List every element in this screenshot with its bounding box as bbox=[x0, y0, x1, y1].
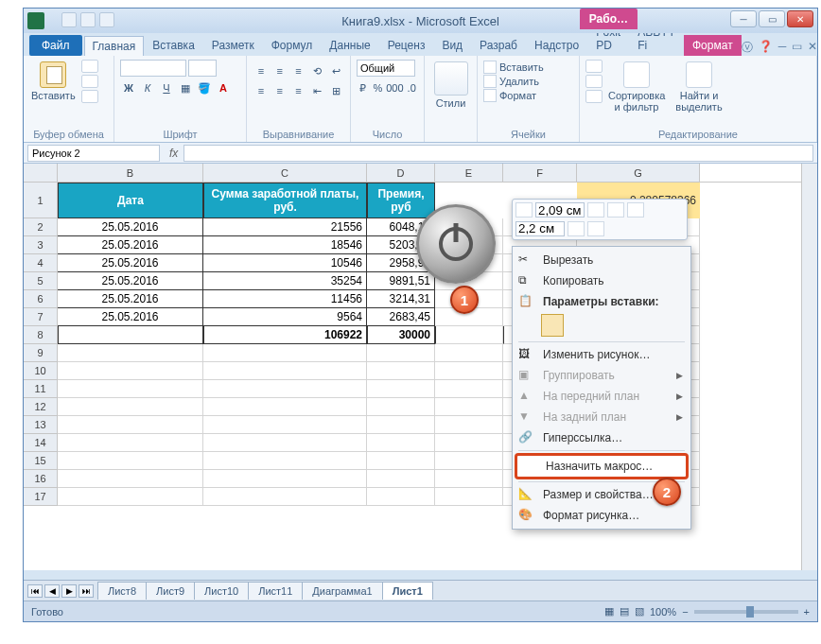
zoom-thumb[interactable] bbox=[746, 606, 754, 618]
fx-icon[interactable]: fx bbox=[164, 147, 183, 160]
cell[interactable]: 10546 bbox=[203, 254, 367, 272]
fill-icon[interactable] bbox=[585, 75, 603, 88]
font-color-icon[interactable]: А bbox=[215, 79, 232, 96]
number-format-select[interactable] bbox=[357, 60, 415, 77]
row-header[interactable]: 5 bbox=[24, 272, 58, 290]
styles-button[interactable]: Стили bbox=[430, 60, 471, 111]
row-header[interactable]: 3 bbox=[24, 236, 58, 254]
cell[interactable] bbox=[58, 326, 203, 344]
cell[interactable]: 30000 bbox=[367, 326, 435, 344]
cell[interactable] bbox=[367, 416, 435, 434]
ctx-change-picture[interactable]: 🖼Изменить рисунок… bbox=[515, 344, 689, 365]
cell[interactable] bbox=[203, 380, 367, 398]
tab-file[interactable]: Файл bbox=[29, 35, 82, 56]
row-header[interactable]: 16 bbox=[24, 470, 58, 488]
cell[interactable]: 9564 bbox=[203, 308, 367, 326]
ctx-copy[interactable]: ⧉Копировать bbox=[515, 270, 689, 291]
cell[interactable] bbox=[203, 398, 367, 416]
sort-filter-button[interactable]: Сортировка и фильтр bbox=[606, 60, 667, 114]
cell[interactable]: 25.05.2016 bbox=[58, 308, 203, 326]
sheet-prev-icon[interactable]: ◀ bbox=[44, 584, 60, 598]
sheet-first-icon[interactable]: ⏮ bbox=[27, 584, 43, 598]
sheet-tab[interactable]: Лист10 bbox=[194, 582, 249, 600]
cell[interactable]: 11456 bbox=[203, 290, 367, 308]
tab-developer[interactable]: Разраб bbox=[471, 35, 526, 56]
align-top-icon[interactable]: ≡ bbox=[253, 62, 270, 79]
cell[interactable] bbox=[58, 488, 203, 506]
ctx-assign-macro[interactable]: Назначить макрос… bbox=[515, 453, 689, 479]
sheet-next-icon[interactable]: ▶ bbox=[61, 584, 77, 598]
header-prem[interactable]: Премия, руб bbox=[367, 183, 435, 218]
col-header-c[interactable]: C bbox=[203, 164, 367, 182]
tab-insert[interactable]: Вставка bbox=[144, 35, 203, 56]
cell[interactable] bbox=[435, 452, 503, 470]
rotate-icon[interactable] bbox=[568, 221, 585, 236]
qat-undo-icon[interactable] bbox=[80, 12, 96, 27]
qat-save-icon[interactable] bbox=[61, 12, 77, 27]
align-mid-icon[interactable]: ≡ bbox=[271, 62, 288, 79]
tab-view[interactable]: Вид bbox=[433, 35, 471, 56]
ctx-cut[interactable]: ✂Вырезать bbox=[515, 250, 689, 270]
qat-redo-icon[interactable] bbox=[99, 12, 114, 27]
row-header[interactable]: 2 bbox=[24, 218, 58, 236]
cell[interactable]: 18546 bbox=[203, 236, 367, 254]
row-header[interactable]: 14 bbox=[24, 434, 58, 452]
row-header[interactable]: 1 bbox=[24, 183, 58, 218]
sheet-tab[interactable]: Лист9 bbox=[146, 582, 195, 600]
find-select-button[interactable]: Найти и выделить bbox=[671, 60, 727, 114]
ctx-hyperlink[interactable]: 🔗Гиперссылка… bbox=[515, 427, 689, 448]
cell[interactable] bbox=[435, 398, 503, 416]
name-box[interactable]: Рисунок 2 bbox=[27, 145, 160, 162]
sheet-tab[interactable]: Диаграмма1 bbox=[302, 582, 382, 600]
inc-dec-icon[interactable]: .0 bbox=[405, 79, 418, 96]
cells-insert-button[interactable]: Вставить bbox=[483, 61, 573, 74]
ctx-paste-option[interactable] bbox=[515, 314, 689, 339]
view-break-icon[interactable]: ▧ bbox=[635, 605, 644, 618]
group-icon[interactable] bbox=[607, 202, 624, 218]
cell[interactable]: 25.05.2016 bbox=[58, 218, 203, 236]
crop-icon[interactable] bbox=[587, 202, 604, 218]
cell[interactable]: 21556 bbox=[203, 218, 367, 236]
cell[interactable] bbox=[435, 470, 503, 488]
cell[interactable] bbox=[203, 416, 367, 434]
cell[interactable] bbox=[367, 362, 435, 380]
orientation-icon[interactable]: ⟲ bbox=[308, 62, 325, 79]
cell[interactable] bbox=[367, 470, 435, 488]
cell[interactable]: 3214,31 bbox=[367, 290, 435, 308]
row-header[interactable]: 8 bbox=[24, 326, 58, 344]
percent-icon[interactable]: % bbox=[372, 79, 385, 96]
cell[interactable]: 25.05.2016 bbox=[58, 236, 203, 254]
merge-icon[interactable]: ⊞ bbox=[327, 82, 344, 99]
zoom-out-button[interactable]: − bbox=[682, 606, 688, 618]
font-name-input[interactable] bbox=[120, 60, 186, 77]
select-all-corner[interactable] bbox=[24, 164, 58, 182]
row-header[interactable]: 7 bbox=[24, 308, 58, 326]
tab-home[interactable]: Главная bbox=[84, 36, 145, 56]
col-header-g[interactable]: G bbox=[577, 164, 700, 182]
view-normal-icon[interactable]: ▦ bbox=[604, 605, 614, 618]
cell[interactable] bbox=[58, 434, 203, 452]
cell[interactable] bbox=[367, 398, 435, 416]
col-header-b[interactable]: B bbox=[58, 164, 203, 182]
formula-input[interactable] bbox=[183, 145, 813, 162]
tab-layout[interactable]: Разметк bbox=[203, 35, 263, 56]
power-button-picture[interactable] bbox=[416, 204, 496, 284]
align-center-icon[interactable]: ≡ bbox=[271, 82, 288, 99]
cell[interactable] bbox=[203, 434, 367, 452]
cell[interactable] bbox=[367, 488, 435, 506]
cell[interactable] bbox=[58, 362, 203, 380]
maximize-button[interactable]: ▭ bbox=[759, 10, 785, 27]
ctx-format-picture[interactable]: 🎨Формат рисунка… bbox=[515, 505, 689, 526]
zoom-slider[interactable] bbox=[694, 610, 798, 614]
sheet-tab[interactable]: Лист1 bbox=[382, 582, 433, 600]
cell[interactable] bbox=[203, 344, 367, 362]
doc-restore-icon[interactable]: ▭ bbox=[792, 40, 802, 56]
row-header[interactable]: 6 bbox=[24, 290, 58, 308]
cell[interactable] bbox=[435, 416, 503, 434]
cell[interactable] bbox=[58, 344, 203, 362]
currency-icon[interactable]: ₽ bbox=[357, 79, 370, 96]
cell[interactable] bbox=[435, 434, 503, 452]
wrap-icon[interactable]: ↩ bbox=[327, 62, 344, 79]
clear-icon[interactable] bbox=[585, 90, 603, 103]
zoom-in-button[interactable]: + bbox=[804, 606, 810, 618]
